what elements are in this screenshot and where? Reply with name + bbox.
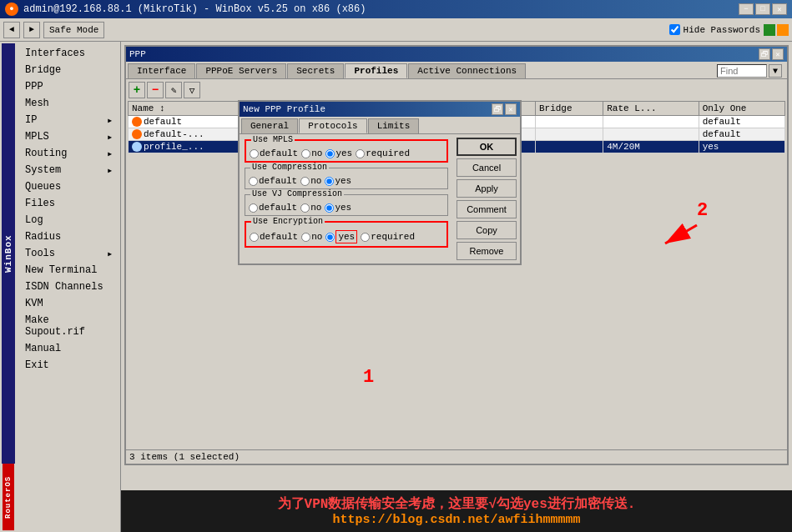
label-mpls-default: default: [260, 148, 298, 158]
vj-default[interactable]: default: [249, 203, 297, 213]
sidebar-item-queues[interactable]: Queues: [17, 178, 120, 195]
col-only-one[interactable]: Only One: [699, 102, 784, 116]
copy-button[interactable]: Copy: [457, 221, 517, 239]
dialog-form: Use MPLS default no: [240, 134, 453, 263]
safe-mode-button[interactable]: Safe Mode: [43, 22, 104, 38]
hide-passwords-checkbox[interactable]: [669, 24, 680, 35]
radio-enc-default[interactable]: [250, 233, 259, 242]
row-icon: [132, 129, 142, 139]
sidebar-item-ip[interactable]: IP ▶: [17, 112, 120, 128]
sidebar-item-isdn[interactable]: ISDN Channels: [17, 279, 120, 295]
mpls-default[interactable]: default: [250, 148, 298, 158]
radio-vj-no[interactable]: [300, 203, 310, 213]
window-title: admin@192.168.88.1 (MikroTik) - WinBox v…: [23, 3, 366, 15]
radio-enc-yes[interactable]: [325, 233, 335, 242]
radio-comp-no[interactable]: [300, 177, 310, 186]
sidebar-item-routing[interactable]: Routing ▶: [17, 145, 120, 162]
radio-mpls-default[interactable]: [250, 149, 259, 158]
comp-no[interactable]: no: [300, 176, 321, 186]
sidebar-item-exit[interactable]: Exit: [17, 357, 120, 374]
radio-mpls-yes[interactable]: [325, 149, 335, 158]
dialog-close-btn[interactable]: ✕: [505, 103, 517, 115]
sidebar-label-ppp: PPP: [25, 81, 43, 93]
sidebar-item-bridge[interactable]: Bridge: [17, 62, 120, 78]
mpls-no[interactable]: no: [301, 148, 322, 158]
sidebar-item-radius[interactable]: Radius: [17, 228, 120, 245]
vj-no[interactable]: no: [300, 203, 321, 213]
sidebar-item-new-terminal[interactable]: New Terminal: [17, 262, 120, 279]
annotation-text-2: https://blog.csdn.net/awfiihmmmmm: [124, 513, 789, 527]
back-button[interactable]: ◄: [3, 22, 20, 38]
tab-secrets[interactable]: Secrets: [287, 63, 344, 78]
vj-yes[interactable]: yes: [325, 203, 351, 213]
col-bridge[interactable]: Bridge: [535, 102, 603, 116]
maximize-button[interactable]: □: [755, 3, 770, 15]
radio-enc-required[interactable]: [361, 233, 370, 242]
radio-comp-default[interactable]: [249, 177, 258, 186]
edit-button[interactable]: ✎: [165, 82, 182, 98]
cancel-button[interactable]: Cancel: [457, 158, 517, 177]
enc-yes[interactable]: yes: [325, 230, 357, 243]
sidebar-item-tools[interactable]: Tools ▶: [17, 245, 120, 262]
close-button[interactable]: ✕: [772, 3, 787, 15]
dialog-tab-limits[interactable]: Limits: [368, 118, 420, 133]
tab-interface[interactable]: Interface: [128, 63, 195, 78]
radio-mpls-no[interactable]: [301, 149, 310, 158]
radio-enc-no[interactable]: [301, 233, 310, 242]
sidebar-item-interfaces[interactable]: Interfaces: [17, 45, 120, 62]
sidebar-item-log[interactable]: Log: [17, 212, 120, 228]
window-controls: − □ ✕: [739, 3, 787, 15]
enc-default[interactable]: default: [250, 232, 298, 242]
enc-no[interactable]: no: [301, 232, 322, 242]
sidebar-item-manual[interactable]: Manual: [17, 340, 120, 357]
comp-yes[interactable]: yes: [325, 176, 351, 186]
sidebar-item-system[interactable]: System ▶: [17, 162, 120, 178]
add-button[interactable]: +: [129, 82, 145, 98]
comment-button[interactable]: Comment: [457, 200, 517, 218]
bottom-annotation: 为了VPN数据传输安全考虑，这里要√勾选yes进行加密传送. https://b…: [121, 490, 792, 532]
indicator-orange: [777, 24, 789, 36]
radio-comp-yes[interactable]: [325, 177, 334, 186]
dialog-tab-general[interactable]: General: [241, 118, 298, 133]
col-rate-limit[interactable]: Rate L...: [603, 102, 699, 116]
radio-vj-default[interactable]: [249, 203, 258, 213]
find-input[interactable]: [717, 64, 767, 78]
sidebar-item-mesh[interactable]: Mesh: [17, 95, 120, 112]
dialog-tab-protocols[interactable]: Protocols: [299, 118, 366, 133]
label-enc-no: no: [311, 232, 322, 242]
sidebar-label-files: Files: [25, 198, 55, 209]
remove-button[interactable]: Remove: [457, 242, 517, 260]
tab-active-connections[interactable]: Active Connections: [408, 63, 526, 78]
ok-button[interactable]: OK: [457, 138, 517, 156]
filter-button[interactable]: ▽: [184, 82, 200, 98]
label-enc-yes: yes: [335, 230, 357, 243]
comp-default[interactable]: default: [249, 176, 297, 186]
forward-button[interactable]: ►: [23, 22, 40, 38]
sidebar-item-mpls[interactable]: MPLS ▶: [17, 128, 120, 145]
use-vj-compression-group: Use VJ Compression default no: [245, 194, 448, 216]
find-dropdown[interactable]: ▼: [769, 64, 782, 78]
sidebar-item-ppp[interactable]: PPP: [17, 78, 120, 95]
use-compression-group: Use Compression default no: [245, 168, 448, 189]
sidebar-menu: Interfaces Bridge PPP Mesh IP ▶ MPLS ▶: [17, 43, 120, 530]
ppp-close-btn[interactable]: ✕: [772, 48, 784, 60]
sidebar-label-routing: Routing: [25, 148, 67, 159]
status-text: 3 items (1 selected): [129, 452, 240, 462]
radio-vj-yes[interactable]: [325, 203, 334, 213]
sidebar-label-kvm: KVM: [25, 298, 43, 309]
mpls-yes[interactable]: yes: [325, 148, 352, 158]
sidebar-item-kvm[interactable]: KVM: [17, 295, 120, 312]
ppp-restore-btn[interactable]: 🗗: [759, 48, 770, 60]
sidebar-item-supout[interactable]: Make Supout.rif: [17, 312, 120, 340]
tab-profiles[interactable]: Profiles: [345, 63, 407, 78]
sidebar-item-files[interactable]: Files: [17, 195, 120, 212]
delete-button[interactable]: −: [147, 82, 164, 98]
tab-pppoe-servers[interactable]: PPPoE Servers: [196, 63, 286, 78]
enc-required[interactable]: required: [361, 232, 415, 242]
minimize-button[interactable]: −: [739, 3, 754, 15]
dialog-tab-bar: General Protocols Limits: [240, 117, 520, 134]
radio-mpls-required[interactable]: [356, 149, 365, 158]
dialog-restore-btn[interactable]: 🗗: [492, 103, 503, 115]
apply-button[interactable]: Apply: [457, 179, 517, 198]
mpls-required[interactable]: required: [356, 148, 410, 158]
